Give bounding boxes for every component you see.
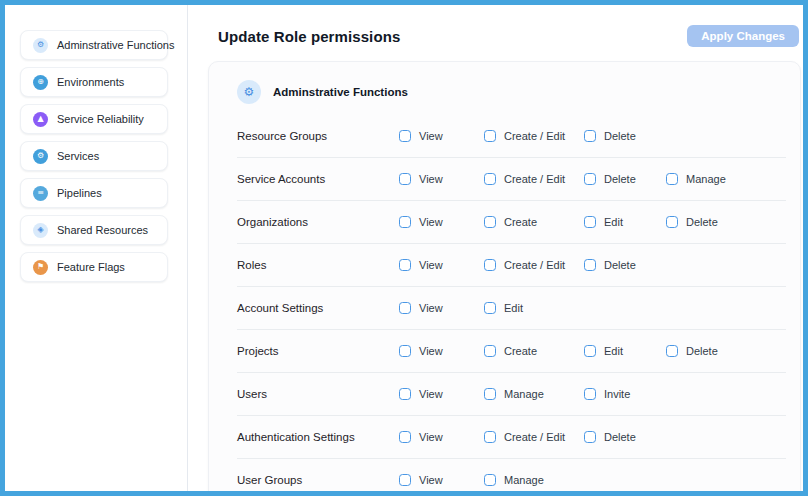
permission-checkbox[interactable]	[584, 173, 596, 185]
permission-cell: View	[399, 302, 484, 314]
permission-checkbox[interactable]	[484, 216, 496, 228]
permission-cell: Manage	[484, 388, 584, 400]
permission-checkbox[interactable]	[484, 130, 496, 142]
sidebar-item[interactable]: ≡ Pipelines	[20, 178, 168, 208]
permission-checkbox[interactable]	[666, 216, 678, 228]
permission-checkbox[interactable]	[399, 259, 411, 271]
permission-checkbox[interactable]	[484, 345, 496, 357]
permission-cell: Create	[484, 345, 584, 357]
permission-cell: Manage	[484, 474, 584, 486]
permission-row-label: User Groups	[237, 474, 399, 486]
permission-cell: View	[399, 216, 484, 228]
permission-row-label: Resource Groups	[237, 130, 399, 142]
permission-checkbox-label: Create / Edit	[504, 431, 565, 443]
permission-row: Account Settings View Edit	[237, 287, 786, 330]
permission-row-label: Roles	[237, 259, 399, 271]
permission-checkbox-label: View	[419, 216, 443, 228]
permission-cell: Delete	[584, 259, 666, 271]
permission-checkbox-label: Delete	[604, 259, 636, 271]
permission-checkbox-label: Manage	[504, 388, 544, 400]
permission-cell: Create / Edit	[484, 173, 584, 185]
permission-checkbox[interactable]	[666, 345, 678, 357]
permission-row-label: Projects	[237, 345, 399, 357]
apply-changes-button[interactable]: Apply Changes	[687, 25, 799, 47]
permission-row: Roles View Create / Edit Delete	[237, 244, 786, 287]
services-gear-icon: ⚙	[33, 149, 48, 164]
permission-checkbox-label: Create	[504, 216, 537, 228]
permission-checkbox-label: Delete	[604, 130, 636, 142]
permission-checkbox[interactable]	[584, 388, 596, 400]
permission-checkbox-label: View	[419, 173, 443, 185]
permission-checkbox[interactable]	[484, 173, 496, 185]
permission-cell: Edit	[484, 302, 584, 314]
pipelines-icon: ≡	[33, 186, 48, 201]
permission-cell: Manage	[666, 173, 786, 185]
permission-checkbox[interactable]	[666, 173, 678, 185]
permission-checkbox[interactable]	[484, 388, 496, 400]
sidebar-item[interactable]: ⚙ Services	[20, 141, 168, 171]
permissions-card-header: ⚙ Adminstrative Functions	[237, 80, 786, 104]
permission-checkbox-label: View	[419, 474, 443, 486]
shared-resources-icon: ◈	[33, 223, 48, 238]
sidebar-item-label: Pipelines	[57, 187, 102, 199]
permission-cell: Delete	[584, 173, 666, 185]
permission-checkbox-label: Delete	[604, 173, 636, 185]
permission-cell: Edit	[584, 345, 666, 357]
permission-cell: View	[399, 173, 484, 185]
permission-checkbox-label: Edit	[504, 302, 523, 314]
permission-checkbox[interactable]	[584, 259, 596, 271]
permission-cell: View	[399, 474, 484, 486]
permission-checkbox-label: View	[419, 431, 443, 443]
permission-checkbox[interactable]	[399, 130, 411, 142]
permission-checkbox[interactable]	[584, 216, 596, 228]
main-panel: Update Role permissions Apply Changes ⚙ …	[187, 5, 808, 491]
sidebar-item[interactable]: ⚙ Adminstrative Functions	[20, 30, 168, 60]
page-title: Update Role permissions	[218, 28, 400, 45]
permission-row-label: Account Settings	[237, 302, 399, 314]
sidebar-item[interactable]: ▲ Service Reliability	[20, 104, 168, 134]
main-header: Update Role permissions Apply Changes	[188, 5, 808, 61]
permission-checkbox[interactable]	[484, 302, 496, 314]
permission-row: User Groups View Manage	[237, 459, 786, 496]
permission-checkbox[interactable]	[484, 431, 496, 443]
card-gear-icon: ⚙	[237, 80, 261, 104]
permission-cell: Invite	[584, 388, 666, 400]
permission-checkbox[interactable]	[399, 173, 411, 185]
permission-checkbox[interactable]	[399, 431, 411, 443]
sidebar-item[interactable]: ⊕ Environments	[20, 67, 168, 97]
permission-checkbox[interactable]	[399, 474, 411, 486]
permission-row: Organizations View Create Edit Delete	[237, 201, 786, 244]
permission-row: Resource Groups View Create / Edit Delet…	[237, 115, 786, 158]
sidebar-item-label: Service Reliability	[57, 113, 144, 125]
permission-checkbox-label: Create / Edit	[504, 259, 565, 271]
permission-checkbox-label: Manage	[504, 474, 544, 486]
permission-cell: View	[399, 345, 484, 357]
permission-checkbox[interactable]	[584, 130, 596, 142]
sidebar-item[interactable]: ⚑ Feature Flags	[20, 252, 168, 282]
permission-checkbox-label: Invite	[604, 388, 630, 400]
permission-cell: Create / Edit	[484, 130, 584, 142]
sidebar-item[interactable]: ◈ Shared Resources	[20, 215, 168, 245]
gear-icon: ⚙	[33, 38, 48, 53]
permission-checkbox[interactable]	[399, 388, 411, 400]
permission-checkbox-label: Delete	[686, 345, 718, 357]
permission-cell: View	[399, 259, 484, 271]
permission-row-label: Organizations	[237, 216, 399, 228]
permission-checkbox[interactable]	[484, 259, 496, 271]
flag-icon: ⚑	[33, 260, 48, 275]
permission-checkbox[interactable]	[484, 474, 496, 486]
permission-checkbox-label: View	[419, 130, 443, 142]
permission-checkbox-label: Manage	[686, 173, 726, 185]
permission-checkbox[interactable]	[399, 345, 411, 357]
permission-checkbox[interactable]	[584, 431, 596, 443]
permission-checkbox[interactable]	[399, 302, 411, 314]
permission-cell: Create / Edit	[484, 259, 584, 271]
permission-checkbox-label: View	[419, 259, 443, 271]
permission-checkbox-label: Edit	[604, 345, 623, 357]
permission-checkbox[interactable]	[584, 345, 596, 357]
sidebar-item-label: Environments	[57, 76, 124, 88]
permission-checkbox-label: View	[419, 388, 443, 400]
permission-row: Service Accounts View Create / Edit Dele…	[237, 158, 786, 201]
sidebar-item-label: Services	[57, 150, 99, 162]
permission-checkbox[interactable]	[399, 216, 411, 228]
